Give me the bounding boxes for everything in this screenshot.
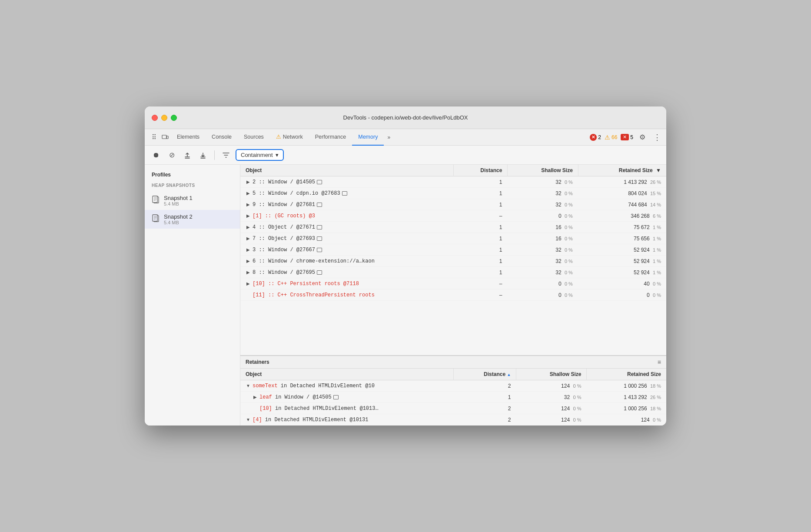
- object-red-part: [10]: [259, 406, 272, 412]
- settings-icon[interactable]: ⚙: [637, 132, 648, 143]
- tab-network[interactable]: ⚠ Network: [270, 129, 309, 146]
- window-frame-icon: [333, 395, 339, 399]
- object-name: 8 :: Window / @27695: [253, 269, 315, 276]
- cell-distance: 1: [453, 176, 508, 188]
- minimize-button[interactable]: [161, 115, 167, 121]
- th-shallow-size[interactable]: Shallow Size: [508, 165, 578, 176]
- error-badge[interactable]: ✕ 2: [590, 134, 601, 141]
- cell-retained: 0 0 %: [578, 289, 666, 301]
- cell-retained: 1 413 292 26 %: [587, 392, 666, 403]
- main-table-section[interactable]: Object Distance Shallow Size Retained Si…: [240, 165, 666, 355]
- more-options-icon[interactable]: ⋮: [651, 132, 663, 143]
- retainers-th-shallow[interactable]: Shallow Size: [516, 369, 587, 380]
- object-rest: in Window / @14505: [272, 394, 332, 400]
- expand-icon[interactable]: ▶: [246, 213, 251, 219]
- table-row[interactable]: ▼[4] in Detached HTMLDivElement @1013121…: [240, 414, 666, 426]
- cell-retained: 346 268 6 %: [578, 210, 666, 222]
- device-mode-icon[interactable]: [160, 132, 171, 143]
- error-count: 2: [598, 134, 601, 140]
- retainers-th-distance[interactable]: Distance ▲: [453, 369, 516, 380]
- table-row[interactable]: [10] in Detached HTMLDivElement @1013…21…: [240, 403, 666, 414]
- record-icon[interactable]: ⏺: [150, 149, 162, 161]
- table-row[interactable]: [11] :: C++ CrossThreadPersistent roots–…: [240, 289, 666, 301]
- table-row[interactable]: ▶3 :: Window / @27667132 0 %52 924 1 %: [240, 244, 666, 256]
- sidebar-item-snapshot2[interactable]: Snapshot 2 5.4 MB: [145, 210, 240, 229]
- cell-shallow: 32 0 %: [516, 392, 587, 403]
- expand-icon[interactable]: ▶: [246, 191, 251, 196]
- expand-icon[interactable]: ▶: [246, 225, 251, 230]
- cell-shallow: 0 0 %: [508, 278, 578, 289]
- table-row[interactable]: ▶4 :: Object / @27671116 0 %75 672 1 %: [240, 222, 666, 233]
- th-distance[interactable]: Distance: [453, 165, 508, 176]
- warning-badge[interactable]: ⚠ 66: [605, 134, 617, 141]
- tab-console[interactable]: Console: [206, 129, 238, 146]
- table-row[interactable]: ▶[1] :: (GC roots) @3–0 0 %346 268 6 %: [240, 210, 666, 222]
- snapshot1-info: Snapshot 1 5.4 MB: [164, 195, 193, 206]
- cell-object: ▶5 :: Window / cdpn.io @27683: [240, 188, 453, 199]
- stop-icon[interactable]: ⊘: [166, 149, 178, 161]
- expand-icon[interactable]: ▶: [246, 247, 251, 253]
- inspector-icon[interactable]: ⠿: [148, 132, 160, 143]
- console-label: Console: [212, 134, 232, 140]
- cell-distance: –: [453, 278, 508, 289]
- tab-memory[interactable]: Memory: [352, 129, 384, 146]
- cell-distance: 1: [453, 222, 508, 233]
- tab-performance[interactable]: Performance: [309, 129, 352, 146]
- expand-icon[interactable]: ▶: [246, 202, 251, 207]
- main-table-body: ▶2 :: Window / @14505132 0 %1 413 292 26…: [240, 176, 666, 301]
- expand-icon[interactable]: ▶: [246, 270, 251, 275]
- cell-shallow: 124 0 %: [516, 380, 587, 392]
- cell-object: ▶leaf in Window / @14505: [240, 392, 453, 403]
- badges-area: ✕ 2 ⚠ 66 ✕ 5 ⚙ ⋮: [590, 132, 663, 143]
- info-badge[interactable]: ✕ 5: [621, 134, 633, 140]
- titlebar: DevTools - codepen.io/web-dot-dev/live/P…: [145, 106, 666, 129]
- cell-retained: 75 656 1 %: [578, 233, 666, 244]
- expand-icon[interactable]: ▶: [253, 395, 258, 400]
- expand-icon[interactable]: ▶: [246, 180, 251, 185]
- table-row[interactable]: ▶8 :: Window / @27695132 0 %52 924 1 %: [240, 267, 666, 278]
- cell-retained: 804 024 15 %: [578, 188, 666, 199]
- expand-icon[interactable]: ▶: [246, 259, 251, 264]
- table-row[interactable]: ▶[10] :: C++ Persistent roots @7118–0 0 …: [240, 278, 666, 289]
- filter-icon[interactable]: [220, 149, 232, 161]
- retainers-th-retained[interactable]: Retained Size: [587, 369, 666, 380]
- maximize-button[interactable]: [171, 115, 177, 121]
- cell-object: ▶9 :: Window / @27681: [240, 199, 453, 210]
- tab-sources[interactable]: Sources: [238, 129, 270, 146]
- table-row[interactable]: ▶6 :: Window / chrome-extension://a…kaon…: [240, 256, 666, 267]
- expand-icon[interactable]: ▼: [246, 417, 251, 422]
- dropdown-label: Containment: [241, 152, 273, 158]
- tab-elements[interactable]: Elements: [171, 129, 206, 146]
- more-tabs-button[interactable]: »: [384, 129, 394, 146]
- table-row[interactable]: ▼someText in Detached HTMLDivElement @10…: [240, 380, 666, 392]
- expand-icon[interactable]: ▶: [246, 236, 251, 241]
- table-row[interactable]: ▶9 :: Window / @27681132 0 %744 684 14 %: [240, 199, 666, 210]
- close-button[interactable]: [152, 115, 158, 121]
- dropdown-arrow-icon: ▾: [276, 152, 279, 158]
- window-frame-icon: [342, 191, 347, 196]
- table-row[interactable]: ▶2 :: Window / @14505132 0 %1 413 292 26…: [240, 176, 666, 188]
- cell-distance: –: [453, 289, 508, 301]
- sidebar-item-snapshot1[interactable]: Snapshot 1 5.4 MB: [145, 191, 240, 210]
- table-row[interactable]: ▶7 :: Object / @27693116 0 %75 656 1 %: [240, 233, 666, 244]
- th-retained-size[interactable]: Retained Size ▼: [578, 165, 666, 176]
- cell-retained: 1 413 292 26 %: [578, 176, 666, 188]
- snapshot1-size: 5.4 MB: [164, 201, 193, 206]
- window-frame-icon: [317, 270, 322, 275]
- cell-shallow: 32 0 %: [508, 176, 578, 188]
- download-icon[interactable]: [197, 149, 209, 161]
- expand-icon[interactable]: ▼: [246, 383, 251, 389]
- retainers-th-object[interactable]: Object: [240, 369, 453, 380]
- object-rest: in Detached HTMLDivElement @10131: [262, 417, 369, 423]
- table-row[interactable]: ▶5 :: Window / cdpn.io @27683132 0 %804 …: [240, 188, 666, 199]
- table-row[interactable]: ▶leaf in Window / @14505132 0 %1 413 292…: [240, 392, 666, 403]
- cell-object: ▶[10] :: C++ Persistent roots @7118: [240, 278, 453, 289]
- retainers-menu-icon[interactable]: ≡: [658, 359, 661, 366]
- sidebar: Profiles HEAP SNAPSHOTS Snapshot 1 5.4 M…: [145, 165, 240, 426]
- upload-icon[interactable]: [181, 149, 193, 161]
- expand-icon[interactable]: ▶: [246, 281, 251, 286]
- containment-dropdown[interactable]: Containment ▾: [236, 149, 284, 161]
- main-table-header-row: Object Distance Shallow Size Retained Si…: [240, 165, 666, 176]
- sort-arrow-icon: ▼: [656, 167, 661, 173]
- th-object[interactable]: Object: [240, 165, 453, 176]
